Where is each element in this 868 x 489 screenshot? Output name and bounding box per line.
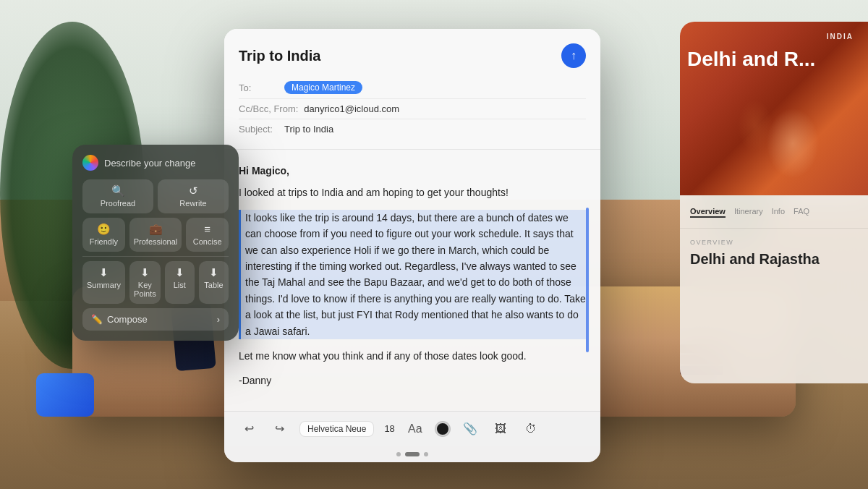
email-compose-window: Trip to India ↑ To: Magico Martinez Cc/B… — [224, 29, 600, 462]
email-subject-label: Subject: — [239, 124, 278, 135]
table-button[interactable]: ⬇ Table — [199, 261, 229, 304]
india-country-label: INDIA — [827, 33, 854, 41]
email-selected-text: It looks like the trip is around 14 days… — [239, 210, 586, 339]
email-header-top: Trip to India ↑ — [239, 43, 586, 68]
email-title: Trip to India — [239, 48, 320, 64]
india-overview-title: Delhi and Rajastha — [690, 250, 858, 268]
wt-row-3: ⬇ Summary ⬇ Key Points ⬇ List ⬇ Table — [82, 261, 229, 304]
writing-tools-title: Describe your change — [104, 158, 195, 169]
concise-button[interactable]: ≡ Concise — [186, 218, 229, 252]
sparkle-icon — [82, 155, 98, 171]
page-dot-3 — [424, 452, 428, 456]
india-nav-overview[interactable]: Overview — [690, 205, 726, 218]
page-dot-2 — [405, 452, 420, 456]
keypoints-button[interactable]: ⬇ Key Points — [129, 261, 161, 304]
summary-icon: ⬇ — [99, 267, 109, 278]
india-hero-image: INDIA Delhi and R... — [680, 22, 868, 195]
rewrite-button[interactable]: ↺ Rewrite — [158, 179, 229, 213]
proofread-icon: 🔍 — [111, 185, 125, 196]
email-toolbar: ↩ ↪ Helvetica Neue 18 Aa 📎 🖼 ⏱ — [224, 411, 600, 446]
list-icon: ⬇ — [175, 267, 184, 278]
page-dot-1 — [396, 452, 401, 456]
friendly-icon: 🙂 — [97, 224, 111, 234]
professional-button[interactable]: 💼 Professional — [129, 218, 182, 252]
india-panel-title: Delhi and R... — [687, 47, 861, 72]
font-size-selector[interactable]: 18 — [384, 423, 394, 434]
text-selection-handle — [586, 208, 589, 352]
email-subject-field: Subject: Trip to India — [239, 119, 586, 139]
india-panel: INDIA Delhi and R... Overview Itinerary … — [680, 22, 868, 383]
format-aa-icon: Aa — [408, 422, 422, 435]
india-overview-label: OVERVIEW — [690, 239, 858, 246]
concise-icon: ≡ — [204, 224, 210, 234]
india-nav-info[interactable]: Info — [772, 205, 785, 218]
format-button[interactable]: Aa — [405, 419, 425, 439]
india-nav-bar: Overview Itinerary Info FAQ — [680, 195, 868, 229]
color-picker-button[interactable] — [435, 422, 450, 436]
list-label: List — [174, 281, 186, 289]
keypoints-icon: ⬇ — [140, 267, 150, 278]
india-nav-itinerary[interactable]: Itinerary — [734, 205, 763, 218]
list-button[interactable]: ⬇ List — [165, 261, 195, 304]
rewrite-icon: ↺ — [189, 185, 198, 196]
undo-icon: ↩ — [244, 422, 254, 435]
summary-button[interactable]: ⬇ Summary — [82, 261, 125, 304]
wt-divider — [82, 256, 229, 257]
concise-label: Concise — [193, 237, 222, 246]
timer-icon: ⏱ — [525, 422, 537, 435]
attach-button[interactable]: 📎 — [460, 419, 480, 439]
writing-tools-header: Describe your change — [82, 155, 229, 171]
friendly-button[interactable]: 🙂 Friendly — [82, 218, 125, 252]
photo-button[interactable]: 🖼 — [490, 419, 511, 439]
page-indicator — [224, 446, 600, 462]
send-icon: ↑ — [571, 49, 576, 62]
india-overview-section: OVERVIEW Delhi and Rajastha — [680, 229, 868, 278]
compose-chevron-icon: › — [217, 314, 220, 325]
wt-row-2: 🙂 Friendly 💼 Professional ≡ Concise — [82, 218, 229, 252]
table-icon: ⬇ — [209, 267, 218, 278]
email-signature: -Danny — [239, 373, 586, 388]
compose-btn-left: ✏️ Compose — [91, 314, 148, 325]
proofread-label: Proofread — [101, 199, 135, 208]
compose-pencil-icon: ✏️ — [91, 314, 103, 325]
friendly-label: Friendly — [90, 237, 118, 246]
email-highlighted-text: It looks like the trip is around 14 days… — [239, 210, 586, 339]
table-label: Table — [204, 281, 223, 289]
india-nav-faq[interactable]: FAQ — [793, 205, 809, 218]
email-closing: Let me know what you think and if any of… — [239, 348, 586, 364]
redo-button[interactable]: ↪ — [269, 419, 289, 439]
font-selector[interactable]: Helvetica Neue — [299, 421, 374, 437]
writing-tools-panel: Describe your change 🔍 Proofread ↺ Rewri… — [72, 145, 239, 341]
summary-label: Summary — [87, 281, 121, 289]
wt-row-1: 🔍 Proofread ↺ Rewrite — [82, 179, 229, 213]
compose-label: Compose — [107, 314, 148, 325]
email-header: Trip to India ↑ To: Magico Martinez Cc/B… — [224, 29, 600, 150]
compose-button[interactable]: ✏️ Compose › — [82, 308, 229, 331]
send-button[interactable]: ↑ — [561, 43, 586, 68]
proofread-button[interactable]: 🔍 Proofread — [82, 179, 153, 213]
email-subject-value: Trip to India — [284, 124, 333, 135]
professional-label: Professional — [134, 237, 178, 246]
professional-icon: 💼 — [149, 224, 163, 234]
email-from-value: danyrico1@icloud.com — [304, 103, 399, 114]
email-ccbcc-field: Cc/Bcc, From: danyrico1@icloud.com — [239, 99, 586, 119]
email-ccbcc-label: Cc/Bcc, From: — [239, 103, 298, 114]
email-intro: I looked at trips to India and am hoping… — [239, 184, 586, 200]
attach-icon: 📎 — [463, 422, 477, 435]
undo-button[interactable]: ↩ — [239, 419, 259, 439]
email-body[interactable]: Hi Magico, I looked at trips to India an… — [224, 150, 600, 411]
keypoints-label: Key Points — [134, 281, 156, 298]
email-recipient-chip[interactable]: Magico Martinez — [284, 81, 362, 94]
timer-button[interactable]: ⏱ — [521, 419, 541, 439]
email-to-field: To: Magico Martinez — [239, 77, 586, 99]
email-to-label: To: — [239, 82, 278, 93]
blue-cushion — [36, 373, 94, 417]
email-greeting: Hi Magico, — [239, 163, 586, 179]
rewrite-label: Rewrite — [179, 199, 206, 208]
photo-icon: 🖼 — [495, 422, 506, 435]
redo-icon: ↪ — [275, 422, 284, 435]
